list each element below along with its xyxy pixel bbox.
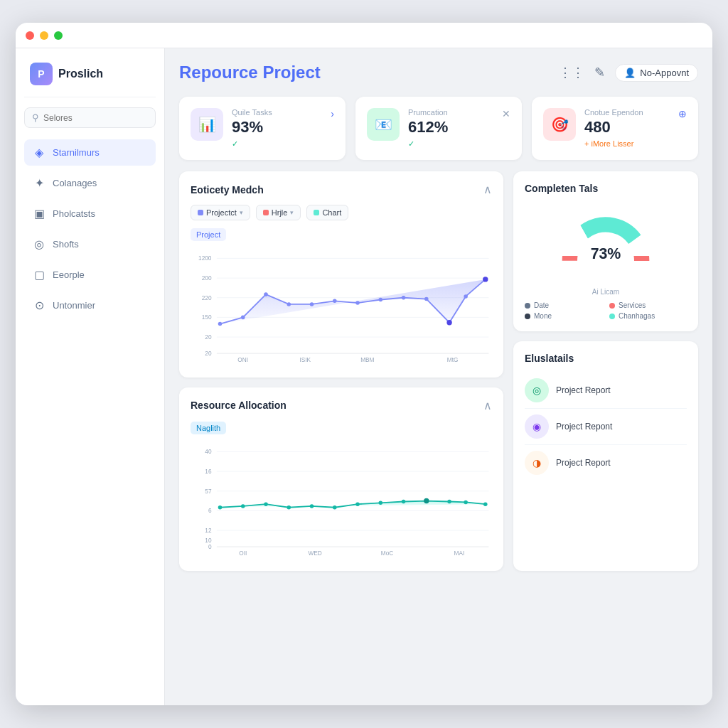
page-title: Repource Project bbox=[179, 63, 321, 82]
svg-text:MAI: MAI bbox=[454, 550, 465, 557]
stat-value-expendon: 480 bbox=[584, 118, 670, 136]
detail-text-0: Project Report bbox=[556, 385, 611, 395]
main-content: Repource Project ⋮⋮ ✎ 👤 No-Appovnt 📊 bbox=[165, 48, 712, 705]
filter-label-hrjle: Hrjle bbox=[272, 208, 288, 217]
resource-collapse-button[interactable]: ∧ bbox=[483, 399, 492, 412]
search-box[interactable]: ⚲ bbox=[24, 107, 156, 128]
sidebar-item-label: Starnilmurs bbox=[53, 147, 100, 158]
sidebar: P Proslich ⚲ ◈ Starnilmurs ✦ Colanages ▣… bbox=[16, 48, 165, 705]
filter-dropdown-icon2: ▾ bbox=[290, 209, 294, 216]
search-icon: ⚲ bbox=[32, 112, 39, 123]
svg-text:MoC: MoC bbox=[381, 550, 394, 557]
svg-point-49 bbox=[287, 505, 291, 510]
legend-label-chanhagas: Chanhagas bbox=[619, 312, 655, 320]
svg-point-20 bbox=[310, 302, 314, 306]
app-body: P Proslich ⚲ ◈ Starnilmurs ✦ Colanages ▣… bbox=[16, 48, 712, 705]
svg-text:220: 220 bbox=[202, 294, 212, 301]
stat-cards: 📊 Quile Tasks 93% ✓ › 📧 Prumcation bbox=[179, 97, 698, 160]
svg-point-19 bbox=[287, 302, 291, 306]
search-input[interactable] bbox=[43, 113, 148, 123]
svg-point-18 bbox=[264, 292, 268, 296]
svg-point-25 bbox=[424, 297, 429, 301]
legend-item-mone: Mone bbox=[525, 312, 602, 320]
edit-icon[interactable]: ✎ bbox=[594, 65, 605, 80]
maximize-dot[interactable] bbox=[54, 31, 63, 40]
app-window: P Proslich ⚲ ◈ Starnilmurs ✦ Colanages ▣… bbox=[16, 23, 712, 705]
svg-point-23 bbox=[379, 298, 383, 302]
sidebar-item-untonmier[interactable]: ⊙ Untonmier bbox=[24, 292, 156, 318]
svg-text:MBM: MBM bbox=[360, 356, 374, 363]
stat-card-expendon: 🎯 Cnotue Ependon 480 + iMore Lisser ⊕ bbox=[532, 97, 698, 160]
details-panel-header: Eluslatails bbox=[525, 353, 687, 364]
svg-text:MtG: MtG bbox=[447, 356, 459, 363]
stat-card-prumcation: 📧 Prumcation 612% ✓ ✕ bbox=[355, 97, 522, 160]
detail-item-2: ◑ Project Report bbox=[525, 445, 687, 481]
svg-text:200: 200 bbox=[202, 274, 212, 282]
svg-text:20: 20 bbox=[205, 333, 212, 341]
svg-point-54 bbox=[402, 500, 406, 504]
sidebar-item-label: Untonmier bbox=[53, 300, 95, 311]
sidebar-item-starnilmurs[interactable]: ◈ Starnilmurs bbox=[24, 139, 156, 166]
svg-point-21 bbox=[333, 299, 337, 304]
stat-icon-expendon: 🎯 bbox=[543, 108, 576, 141]
stat-footer-tasks: ✓ bbox=[232, 139, 322, 149]
stat-info-tasks: Quile Tasks 93% ✓ bbox=[232, 108, 322, 149]
logo: P Proslich bbox=[24, 63, 156, 97]
stat-action-expendon[interactable]: ⊕ bbox=[678, 108, 687, 119]
svg-text:0: 0 bbox=[208, 543, 212, 550]
nav-icon-starnilmurs: ◈ bbox=[33, 146, 46, 159]
donut-container: 73% bbox=[525, 203, 687, 281]
svg-text:1200: 1200 bbox=[198, 255, 212, 262]
nav-icon-untonmier: ⊙ bbox=[33, 299, 46, 312]
chart-filters: Projectct ▾ Hrjle ▾ Chart bbox=[191, 205, 492, 220]
stat-action-prumcation[interactable]: ✕ bbox=[502, 108, 510, 119]
detail-avatar-2: ◑ bbox=[525, 451, 549, 475]
menu-icon[interactable]: ⋮⋮ bbox=[559, 65, 584, 80]
nav-icon-eeorple: ▢ bbox=[33, 268, 46, 282]
nav-icon-pholcatsts: ▣ bbox=[33, 207, 46, 220]
sidebar-item-colanages[interactable]: ✦ Colanages bbox=[24, 170, 156, 196]
sidebar-item-label: Colanages bbox=[53, 178, 97, 188]
stat-action-tasks[interactable]: › bbox=[331, 108, 334, 119]
account-label: No-Appovnt bbox=[640, 68, 689, 78]
resource-panel-header: Resource Allocation ∧ bbox=[191, 399, 492, 412]
close-dot[interactable] bbox=[26, 31, 34, 40]
detail-item-0: ◎ Project Report bbox=[525, 373, 687, 409]
activity-collapse-button[interactable]: ∧ bbox=[483, 183, 492, 196]
detail-avatar-0: ◎ bbox=[525, 378, 549, 402]
resource-chart-title: Resource Allocation bbox=[191, 400, 287, 411]
legend-item-date: Date bbox=[525, 301, 602, 309]
filter-dot-teal bbox=[314, 210, 319, 215]
completion-legend: Date Services Mone bbox=[525, 301, 687, 320]
charts-col: Eoticety Medch ∧ Projectct ▾ Hrjl bbox=[179, 171, 503, 571]
svg-point-46 bbox=[218, 505, 223, 510]
stat-card-tasks: 📊 Quile Tasks 93% ✓ › bbox=[179, 97, 346, 160]
filter-hrjle[interactable]: Hrjle ▾ bbox=[256, 205, 301, 220]
filter-chart[interactable]: Chart bbox=[306, 205, 348, 220]
right-col: Completen Tals bbox=[513, 171, 698, 571]
svg-text:6: 6 bbox=[208, 507, 212, 514]
svg-point-52 bbox=[355, 502, 360, 506]
stat-value-prumcation: 612% bbox=[408, 118, 493, 136]
account-button[interactable]: 👤 No-Appovnt bbox=[615, 64, 698, 82]
activity-chart-panel: Eoticety Medch ∧ Projectct ▾ Hrjl bbox=[179, 171, 503, 378]
svg-point-57 bbox=[464, 500, 468, 505]
minimize-dot[interactable] bbox=[40, 31, 48, 40]
logo-text: Proslich bbox=[58, 68, 103, 80]
svg-point-28 bbox=[483, 277, 488, 282]
sidebar-item-pholcatsts[interactable]: ▣ Pholcatsts bbox=[24, 200, 156, 227]
svg-text:12: 12 bbox=[205, 527, 212, 534]
sidebar-item-shofts[interactable]: ◎ Shofts bbox=[24, 231, 156, 257]
filter-dot-red bbox=[263, 210, 269, 215]
sidebar-item-eeorple[interactable]: ▢ Eeorple bbox=[24, 262, 156, 288]
filter-label-chart: Chart bbox=[322, 208, 341, 217]
filter-projectct[interactable]: Projectct ▾ bbox=[191, 205, 250, 220]
legend-label-date: Date bbox=[534, 301, 549, 309]
resource-chart-panel: Resource Allocation ∧ Naglith bbox=[179, 387, 503, 571]
detail-item-1: ◉ Project Repont bbox=[525, 409, 687, 445]
details-panel: Eluslatails ◎ Project Report ◉ Project R… bbox=[513, 341, 698, 571]
stat-info-expendon: Cnotue Ependon 480 + iMore Lisser bbox=[584, 108, 670, 148]
svg-point-55 bbox=[424, 498, 429, 503]
detail-avatar-1: ◉ bbox=[525, 414, 549, 439]
stat-label-tasks: Quile Tasks bbox=[232, 108, 322, 117]
